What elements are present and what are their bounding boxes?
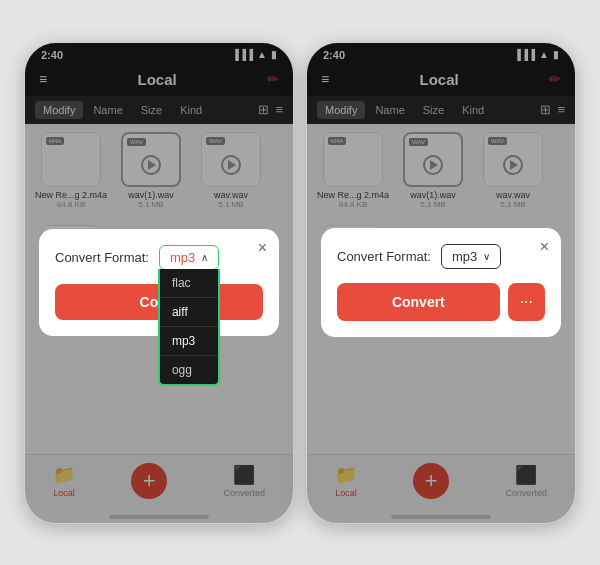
left-chevron-icon: ∧ (201, 252, 208, 263)
left-modal-format-row: Convert Format: mp3 ∧ flac aiff mp3 ogg (55, 245, 263, 270)
phones-container: 2:40 ▐▐▐ ▲ ▮ ≡ Local ✏ Modify Name Size (14, 32, 586, 534)
right-modal-format-row: Convert Format: mp3 ∨ (337, 244, 545, 269)
left-modal-close[interactable]: × (258, 239, 267, 257)
right-convert-format-label: Convert Format: (337, 249, 431, 264)
left-modal-overlay: × Convert Format: mp3 ∧ flac aiff mp3 og… (25, 43, 293, 523)
right-modal-card: × Convert Format: mp3 ∨ Convert ··· (321, 228, 561, 337)
left-phone-body: 2:40 ▐▐▐ ▲ ▮ ≡ Local ✏ Modify Name Size (25, 43, 293, 523)
right-selected-format: mp3 (452, 249, 477, 264)
right-format-select[interactable]: mp3 ∨ (441, 244, 501, 269)
left-modal-card: × Convert Format: mp3 ∧ flac aiff mp3 og… (39, 229, 279, 336)
left-dropdown-menu: flac aiff mp3 ogg (158, 269, 220, 386)
dropdown-item-flac[interactable]: flac (160, 269, 218, 298)
right-chevron-icon: ∨ (483, 251, 490, 262)
right-more-button[interactable]: ··· (508, 283, 545, 321)
right-phone-body: 2:40 ▐▐▐ ▲ ▮ ≡ Local ✏ Modify Name Size (307, 43, 575, 523)
left-selected-format: mp3 (170, 250, 195, 265)
left-format-select[interactable]: mp3 ∧ flac aiff mp3 ogg (159, 245, 219, 270)
left-convert-format-label: Convert Format: (55, 250, 149, 265)
dropdown-item-ogg[interactable]: ogg (160, 356, 218, 384)
right-convert-button[interactable]: Convert (337, 283, 500, 321)
left-phone: 2:40 ▐▐▐ ▲ ▮ ≡ Local ✏ Modify Name Size (24, 42, 294, 524)
right-phone: 2:40 ▐▐▐ ▲ ▮ ≡ Local ✏ Modify Name Size (306, 42, 576, 524)
right-modal-close[interactable]: × (540, 238, 549, 256)
right-modal-buttons: Convert ··· (337, 283, 545, 321)
right-modal-overlay: × Convert Format: mp3 ∨ Convert ··· (307, 43, 575, 523)
dropdown-item-aiff[interactable]: aiff (160, 298, 218, 327)
dropdown-item-mp3[interactable]: mp3 (160, 327, 218, 356)
